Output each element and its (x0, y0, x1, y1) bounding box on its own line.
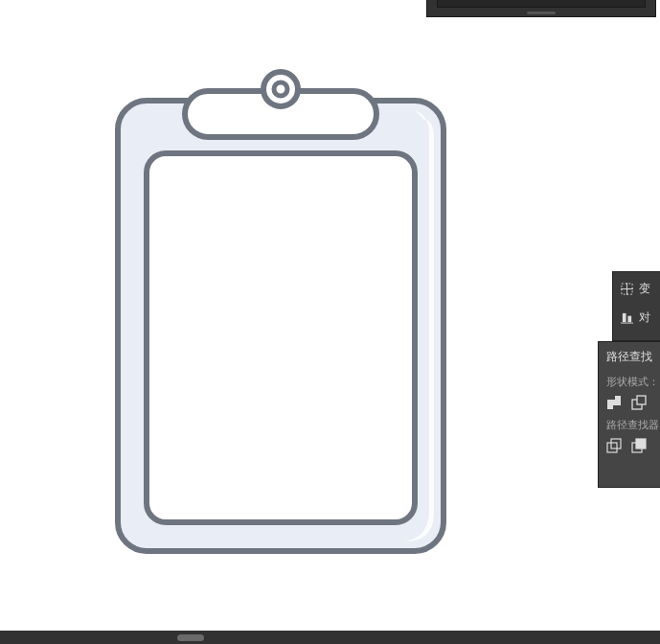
panel-tab-transform[interactable]: 变 (613, 272, 660, 301)
minus-front-icon[interactable] (631, 395, 647, 410)
trim-icon[interactable] (631, 438, 647, 453)
status-bar (0, 631, 660, 644)
panel-tab-label: 对 (639, 310, 650, 326)
transform-align-panel: 变 对 (612, 271, 660, 341)
shape-modes-label: 形状模式： (604, 371, 660, 393)
divide-icon[interactable] (606, 438, 622, 453)
align-icon (621, 311, 633, 324)
svg-rect-13 (147, 153, 415, 522)
artboard (0, 0, 560, 623)
unite-icon[interactable] (606, 395, 622, 410)
svg-rect-8 (607, 443, 617, 452)
pathfinder-panel: 路径查找 形状模式： 路径查找器 (598, 341, 660, 488)
clipboard-illustration (108, 62, 453, 561)
svg-rect-11 (636, 439, 646, 448)
panel-title: 路径查找 (604, 347, 660, 371)
svg-rect-3 (623, 313, 626, 322)
panel-tab-align[interactable]: 对 (613, 301, 660, 330)
panel-tab-label: 变 (639, 281, 650, 297)
svg-rect-9 (611, 439, 621, 448)
svg-rect-7 (637, 396, 646, 404)
svg-rect-4 (627, 316, 631, 323)
svg-point-16 (274, 82, 287, 96)
transform-icon (621, 283, 633, 295)
pathfinder-ops-label: 路径查找器 (604, 414, 660, 436)
status-scroll-thumb[interactable] (177, 634, 204, 641)
